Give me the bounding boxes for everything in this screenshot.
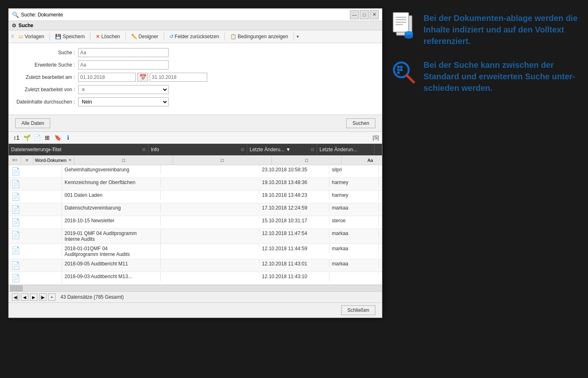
row-title-cell: 2019-01 QMF 04 AuditprogrammInterne Audi… [62,229,161,244]
row-icon-cell: 📄 [9,203,62,216]
info-text-2: Bei der Suche kann zwischen der Standard… [424,59,580,94]
section-label: Suche [19,23,33,28]
title-bar-left: 🔍 Suche: Dokumente [12,12,63,18]
th-dateierweiterung[interactable]: Dateierweiterung ▶⊡ [9,144,50,155]
table-row[interactable]: 📄 2018-01-01QMF 04Auditprogramm Interne … [9,244,382,259]
minimize-button[interactable]: — [350,10,359,19]
row-user-cell: silpri [329,165,379,174]
row-title-cell: 2018-09-05 Auditbericht M11 [62,259,161,268]
section-collapse-icon[interactable]: ⊙ [12,23,16,28]
info-panel: Bei der Dokumenten-ablage werden die Inh… [391,8,580,98]
table-row[interactable]: 📄 Datenschutzvereinbarung 17.10.2018 12:… [9,203,382,216]
filter-ext-close-icon[interactable]: ✕ [68,158,72,162]
table-row[interactable]: 📄 Geheimhaltungsvereinbarung 23.10.2018 … [9,165,382,178]
filter-row: ✕× = Word-Dokumen ✕ □ □ □ Aa [9,155,382,165]
date-to-input[interactable] [150,73,207,82]
nav-next-button[interactable]: ▶ [30,293,37,301]
filter-toggle[interactable]: ✕× [9,155,21,165]
nav-first-button[interactable]: ◀| [12,293,19,301]
row-title-cell: Datenschutzvereinbarung [62,203,161,212]
row-icon-cell: 📄 [9,191,62,203]
bearbeitet-von-select[interactable]: = [78,85,169,94]
row-date-cell: 12.10.2018 11:44:59 [259,244,329,253]
th-info[interactable]: Info ⊡ [148,144,247,155]
schliessen-button[interactable]: Schließen [341,305,375,315]
row-info-cell [161,244,259,247]
suchen-button[interactable]: Suchen [346,118,375,128]
date-range: 📅 [78,73,207,82]
separator-4 [164,32,164,41]
nav-last-button[interactable]: |▶ [39,293,46,301]
designer-button[interactable]: ✏️ Designer [128,32,161,41]
th-titel[interactable]: Titel ⊡ [50,144,148,155]
results-table: Dateierweiterung ▶⊡ Titel ⊡ Info ⊡ Letzt… [9,144,382,285]
nav-add-button[interactable]: + [48,293,56,301]
loeschen-button[interactable]: ✕ Löschen [93,32,123,41]
row-info-cell [161,259,259,263]
window-title: Suche: Dokumente [21,12,63,18]
svg-rect-15 [397,71,400,74]
svg-rect-14 [400,69,403,71]
row-icon-cell: 📄 [9,216,62,228]
table-row[interactable]: 📄 Kennzeichnung der Oberflächen 19.10.20… [9,178,382,191]
info-icon[interactable]: ℹ [63,133,72,142]
data-rows: 📄 Geheimhaltungsvereinbarung 23.10.2018 … [9,165,382,285]
erweiterte-suche-label: Erweiterte Suche : [15,62,75,68]
suche-input[interactable] [78,48,169,57]
datum-row: Zuletzt bearbeitet am : 📅 [15,73,375,82]
calendar-button[interactable]: 📅 [137,73,148,82]
felder-zuruecksetzen-button[interactable]: ↺ Felder zurücksetzen [167,32,222,41]
svg-point-9 [405,31,413,35]
row-user-cell [329,272,379,275]
grid-icon[interactable]: ⊞ [43,133,52,142]
nav-prev-button[interactable]: ◀ [21,293,28,301]
search-icon [391,60,416,85]
sort-icon[interactable]: ↕1 [12,133,21,142]
date-from-input[interactable] [78,73,136,82]
close-window-button[interactable]: ✕ [370,10,379,19]
table-row[interactable]: 📄 2018-09-05 Auditbericht M11 12.10.2018… [9,259,382,272]
bookmark-icon[interactable]: 🔖 [53,133,62,142]
table-header: Dateierweiterung ▶⊡ Titel ⊡ Info ⊡ Letzt… [9,144,382,155]
drag-handle-icon: ⠿ [11,35,14,39]
th-letzte-aenderung2[interactable]: Letzte Änderun... [317,144,375,155]
row-date-cell: 23.10.2018 10:58:35 [259,165,329,174]
separator-2 [90,32,90,41]
table-row[interactable]: 📄 2019-01 QMF 04 AuditprogrammInterne Au… [9,229,382,244]
table-row[interactable]: 📄 001 Daten Laden 19.10.2018 13:48:23 ha… [9,191,382,203]
speichern-button[interactable]: 💾 Speichern [52,32,88,41]
erweiterte-suche-input[interactable] [78,60,169,69]
row-user-cell: markaa [329,259,379,268]
th-letzte-aenderung[interactable]: Letzte Änderu... ▼ ⊡ [247,144,317,155]
word-icon: 📄 [11,261,20,270]
row-date-cell: 17.10.2018 12:24:59 [259,203,329,212]
suche-label: Suche : [15,50,75,55]
results-indicator: [S] [373,135,379,141]
separator-1 [49,32,50,41]
bedingungen-anzeigen-button[interactable]: 📋 Bedingungen anzeigen [227,32,291,41]
add-icon[interactable]: 🌱 [22,133,31,142]
row-info-cell [161,178,259,181]
horizontal-scrollbar[interactable] [9,285,382,291]
copy-icon[interactable]: 📄 [32,133,42,142]
row-info-cell [161,229,259,232]
scrollbar-thumb[interactable] [10,286,23,291]
row-info-cell [161,191,259,194]
dateiinhalte-select[interactable]: Nein [78,97,169,106]
row-date-cell: 19.10.2018 13:48:23 [259,191,329,200]
separator-5 [225,32,225,41]
table-row[interactable]: 📄 2018-09-03 Auditbericht M13... 12.10.2… [9,272,382,285]
separator-6 [294,32,294,41]
alle-daten-button[interactable]: Alle Daten [15,118,50,128]
maximize-button[interactable]: □ [360,10,369,19]
th-date1-arrow: ⊡ [311,148,314,152]
word-icon: 📄 [11,274,20,283]
table-row[interactable]: 📄 2018-10-15 Newsletter 15.10.2018 10:31… [9,216,382,229]
designer-icon: ✏️ [131,34,137,39]
row-user-cell: markaa [329,229,379,238]
bedingungen-icon: 📋 [230,34,236,39]
row-title-cell: Geheimhaltungsvereinbarung [62,165,161,174]
vorlagen-button[interactable]: 🗂 Vorlagen [16,32,47,41]
bottom-bar: Schließen [9,302,382,318]
more-options-icon[interactable]: ▾ [296,34,299,39]
